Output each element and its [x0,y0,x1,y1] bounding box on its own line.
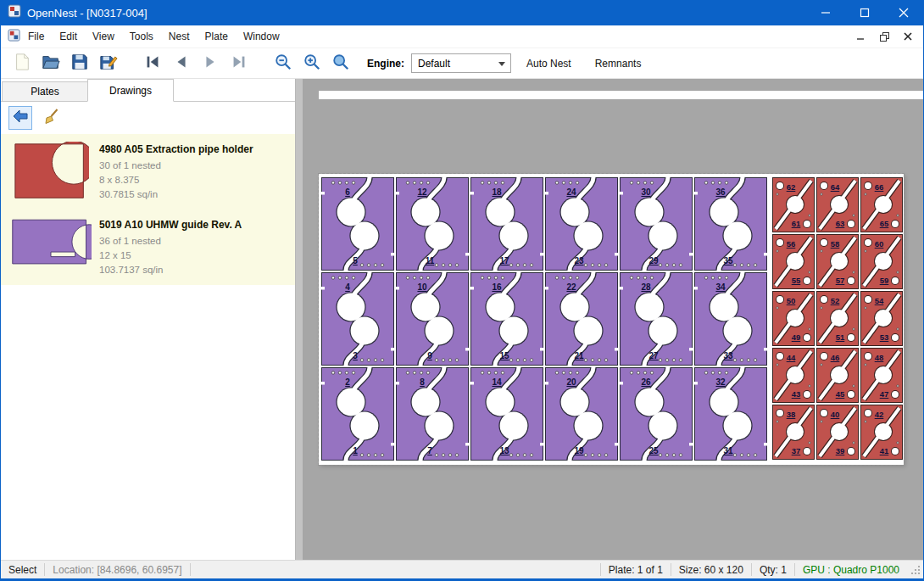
nested-part-pair-8-7[interactable]: 87 [396,367,469,461]
mdi-minimize-button[interactable] [850,29,871,45]
next-arrow-icon [201,53,220,74]
nested-part-pair-60-59[interactable]: 6059 [860,234,903,289]
nested-part-pair-40-39[interactable]: 4039 [816,405,859,460]
app-window: OpenNest - [N0317-004] File Edit View To… [0,0,924,581]
nested-part-pair-18-17[interactable]: 1817 [470,177,543,271]
nested-part-pair-20-19[interactable]: 2019 [545,367,618,461]
remnants-button[interactable]: Remnants [587,53,650,75]
part-number: 15 [499,351,509,360]
nested-pair-svg: 5857 [816,234,859,289]
nested-part-pair-34-33[interactable]: 3433 [694,272,767,366]
save-as-button[interactable] [94,51,123,76]
part-number: 62 [787,182,796,192]
status-separator [190,563,191,576]
close-button[interactable] [884,0,923,25]
last-plate-button[interactable] [225,51,253,76]
nested-part-pair-46-45[interactable]: 4645 [816,348,859,403]
menu-item-view[interactable]: View [85,26,122,47]
status-size: Size: 60 x 120 [671,564,751,576]
nested-part-pair-44-43[interactable]: 4443 [772,348,815,403]
nested-part-pair-36-35[interactable]: 3635 [694,177,767,271]
save-button[interactable] [65,51,94,76]
nested-part-pair-38-37[interactable]: 3837 [772,405,815,460]
nested-part-pair-6-5[interactable]: 65 [321,177,394,271]
part-number: 22 [566,282,576,292]
part-number: 11 [426,256,435,265]
part-number: 48 [875,353,884,362]
nested-part-pair-24-23[interactable]: 2423 [545,177,618,271]
part-number: 20 [566,377,576,387]
tab-plates[interactable]: Plates [2,81,88,101]
part-number: 24 [566,187,576,197]
nested-part-pair-50-49[interactable]: 5049 [772,291,815,346]
nested-part-pair-28-27[interactable]: 2827 [620,272,693,366]
send-to-nest-button[interactable] [8,106,32,130]
nested-part-pair-16-15[interactable]: 1615 [470,272,543,366]
mdi-document-icon[interactable] [8,29,20,45]
engine-select[interactable]: Default [411,53,511,73]
menu-item-nest[interactable]: Nest [161,26,198,47]
part-number: 16 [492,282,502,292]
part-number: 32 [715,377,726,387]
part-number: 25 [648,446,659,455]
previous-plate-button[interactable] [167,51,196,76]
nested-part-pair-12-11[interactable]: 1211 [396,177,469,271]
nested-part-pair-32-31[interactable]: 3231 [694,367,767,461]
auto-nest-button[interactable]: Auto Nest [518,53,580,75]
new-button[interactable] [8,51,36,76]
status-location: Location: [84.8696, 60.6957] [45,564,189,576]
part-number: 3 [353,351,358,360]
tab-drawings[interactable]: Drawings [87,79,174,102]
zoom-in-button[interactable] [298,51,326,76]
drawing-title: 5019 A10 UHMW guide Rev. A [99,219,242,231]
clear-button[interactable] [40,106,64,130]
resize-grip[interactable] [910,565,921,578]
nested-part-pair-66-65[interactable]: 6665 [860,177,903,232]
nested-pair-svg: 6261 [772,177,815,232]
mdi-restore-button[interactable] [874,29,894,45]
nested-part-pair-14-13[interactable]: 1413 [470,367,543,461]
nested-part-pair-52-51[interactable]: 5251 [816,291,859,346]
drawing-item-extraction-pipe-holder[interactable]: 4980 A05 Extraction pipe holder 30 of 1 … [1,134,295,209]
part-number: 6 [345,187,350,197]
panel-splitter[interactable] [296,79,303,560]
nested-part-pair-22-21[interactable]: 2221 [545,272,618,366]
nested-part-pair-10-9[interactable]: 109 [396,272,469,366]
nested-part-pair-56-55[interactable]: 5655 [772,234,815,289]
nested-part-pair-4-3[interactable]: 43 [321,272,394,366]
zoom-out-button[interactable] [269,51,298,76]
nested-part-pair-54-53[interactable]: 5453 [860,291,903,346]
menu-item-plate[interactable]: Plate [198,26,236,47]
minimize-button[interactable] [806,0,845,25]
nested-part-pair-2-1[interactable]: 21 [321,367,394,461]
part-number: 64 [831,182,840,192]
drawing-item-uhmw-guide[interactable]: 5019 A10 UHMW guide Rev. A 36 of 1 neste… [1,209,295,285]
part-number: 12 [417,187,427,197]
mdi-close-button[interactable] [898,29,918,45]
part-number: 34 [715,282,726,292]
menu-item-window[interactable]: Window [236,26,287,47]
zoom-fit-button[interactable] [326,51,355,76]
nested-pair-svg: 3433 [694,272,767,366]
part-number: 4 [345,282,350,292]
nested-part-pair-48-47[interactable]: 4847 [860,348,903,403]
nested-part-pair-58-57[interactable]: 5857 [816,234,859,289]
nested-part-pair-62-61[interactable]: 6261 [772,177,815,232]
nested-pair-svg: 1615 [470,272,543,366]
nested-part-pair-30-29[interactable]: 3029 [620,177,693,271]
first-plate-button[interactable] [138,51,167,76]
last-arrow-icon [230,53,248,74]
status-mode: Select [1,564,44,576]
nested-pair-svg: 3837 [772,405,815,460]
maximize-button[interactable] [845,0,884,25]
nest-canvas[interactable]: 6512111817242330293635431091615222128273… [303,79,923,560]
open-button[interactable] [36,51,65,76]
nested-part-pair-26-25[interactable]: 2625 [620,367,693,461]
menu-item-edit[interactable]: Edit [52,26,85,47]
nested-part-pair-42-41[interactable]: 4241 [860,405,903,460]
next-plate-button[interactable] [196,51,225,76]
menu-item-tools[interactable]: Tools [122,26,161,47]
zoom-in-icon [303,53,321,74]
menu-item-file[interactable]: File [20,26,52,47]
nested-part-pair-64-63[interactable]: 6463 [816,177,859,232]
